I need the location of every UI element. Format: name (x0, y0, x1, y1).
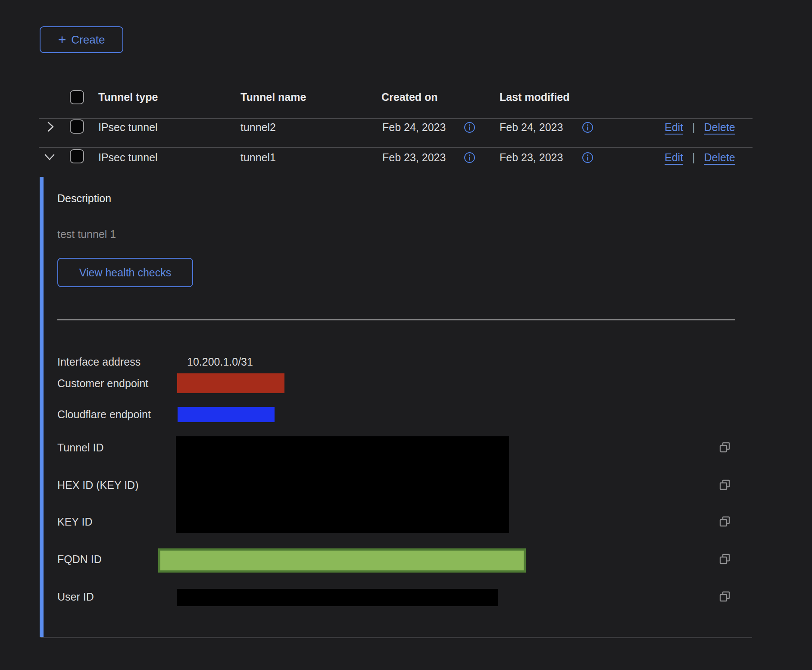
create-button-label: Create (71, 33, 105, 47)
expanded-row-indicator-bar (40, 177, 44, 637)
tunnel-hex-key-redacted-values (176, 436, 509, 533)
copy-icon[interactable] (719, 441, 731, 454)
delete-link[interactable]: Delete (704, 121, 735, 133)
column-header-created-on: Created on (381, 91, 438, 103)
row-checkbox[interactable] (70, 149, 84, 163)
action-separator: | (692, 121, 695, 133)
hex-id-label: HEX ID (KEY ID) (57, 479, 138, 492)
column-header-tunnel-type: Tunnel type (98, 91, 158, 103)
tunnel-id-label: Tunnel ID (57, 441, 103, 454)
tunnel-type-cell: IPsec tunnel (98, 151, 158, 164)
cloudflare-endpoint-redacted-value (178, 407, 275, 422)
table-header-divider (39, 118, 753, 119)
action-separator: | (692, 151, 695, 163)
row-divider (39, 147, 753, 148)
tunnel-type-cell: IPsec tunnel (98, 121, 158, 134)
select-all-checkbox[interactable] (70, 90, 84, 104)
info-circle-icon[interactable] (464, 152, 475, 163)
interface-address-value: 10.200.1.0/31 (187, 355, 253, 368)
chevron-down-icon[interactable] (42, 151, 57, 163)
last-modified-cell: Feb 24, 2023 (500, 121, 563, 134)
copy-icon[interactable] (719, 479, 731, 491)
plus-icon: + (58, 33, 66, 46)
column-header-last-modified: Last modified (500, 91, 570, 103)
customer-endpoint-label: Customer endpoint (57, 377, 148, 390)
description-value: test tunnel 1 (57, 228, 116, 241)
create-button[interactable]: + Create (40, 26, 123, 53)
created-on-cell: Feb 23, 2023 (382, 151, 446, 164)
tunnel-name-cell: tunnel2 (240, 121, 276, 134)
chevron-right-icon[interactable] (45, 120, 56, 133)
row-checkbox[interactable] (70, 119, 84, 134)
view-health-checks-label: View health checks (79, 266, 172, 279)
copy-icon[interactable] (719, 591, 731, 603)
description-label: Description (57, 192, 111, 205)
view-health-checks-button[interactable]: View health checks (57, 258, 193, 287)
panel-divider (57, 319, 735, 320)
fqdn-id-redacted-value (158, 548, 526, 573)
interface-address-label: Interface address (57, 355, 141, 368)
user-id-label: User ID (57, 590, 94, 603)
copy-icon[interactable] (719, 553, 731, 565)
edit-link[interactable]: Edit (665, 121, 683, 133)
info-circle-icon[interactable] (464, 122, 475, 133)
info-circle-icon[interactable] (582, 152, 593, 163)
key-id-label: KEY ID (57, 515, 93, 528)
column-header-tunnel-name: Tunnel name (240, 91, 306, 103)
delete-link[interactable]: Delete (704, 151, 735, 163)
table-bottom-divider (41, 637, 752, 638)
copy-icon[interactable] (719, 516, 731, 528)
tunnel-name-cell: tunnel1 (240, 151, 276, 164)
last-modified-cell: Feb 23, 2023 (500, 151, 563, 164)
cloudflare-endpoint-label: Cloudflare endpoint (57, 408, 151, 421)
info-circle-icon[interactable] (582, 122, 593, 133)
edit-link[interactable]: Edit (665, 151, 683, 163)
customer-endpoint-redacted-value (177, 373, 284, 393)
created-on-cell: Feb 24, 2023 (382, 121, 446, 134)
user-id-redacted-value (177, 589, 498, 606)
fqdn-id-label: FQDN ID (57, 553, 102, 566)
